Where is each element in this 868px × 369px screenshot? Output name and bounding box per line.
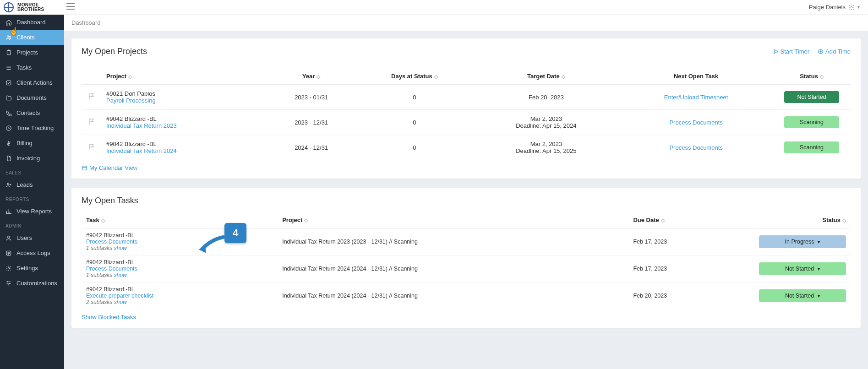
breadcrumb: Dashboard bbox=[64, 15, 868, 31]
status-pill[interactable]: Not Started bbox=[784, 91, 839, 103]
gear-icon bbox=[848, 4, 855, 11]
nav-access-logs[interactable]: Access Logs bbox=[0, 245, 64, 260]
nav-label: Users bbox=[16, 234, 32, 241]
project-link[interactable]: Payroll Processing bbox=[106, 97, 262, 104]
project-year: 2023 - 12/31 bbox=[267, 110, 356, 135]
flag-icon[interactable] bbox=[82, 110, 102, 135]
show-subtasks-link[interactable]: show bbox=[114, 272, 127, 278]
nav-tasks[interactable]: Tasks bbox=[0, 60, 64, 75]
gear-icon bbox=[5, 265, 12, 271]
next-task-link[interactable]: Process Documents bbox=[669, 144, 722, 151]
task-link[interactable]: Process Documents bbox=[86, 239, 273, 245]
nav-settings[interactable]: Settings bbox=[0, 260, 64, 276]
sort-icon: ◇ bbox=[317, 74, 320, 79]
nav-contacts[interactable]: Contacts bbox=[0, 105, 64, 120]
nav-label: Clients bbox=[16, 34, 35, 41]
nav-time-tracking[interactable]: Time Tracking bbox=[0, 120, 64, 136]
section-sales: SALES bbox=[0, 166, 64, 177]
task-client: #9042 Blizzard -BL bbox=[86, 232, 273, 239]
svg-point-2 bbox=[9, 36, 11, 37]
plus-circle-icon bbox=[818, 49, 824, 54]
next-task-link[interactable]: Enter/Upload Timesheet bbox=[664, 94, 728, 101]
col-project[interactable]: Project◇ bbox=[278, 212, 628, 228]
task-project: Individual Tax Return 2024 (2024 - 12/31… bbox=[282, 266, 624, 272]
sliders-icon bbox=[5, 280, 12, 287]
status-pill[interactable]: Scanning bbox=[784, 141, 839, 153]
nav-client-actions[interactable]: Client Actions bbox=[0, 75, 64, 90]
task-link[interactable]: Process Documents bbox=[86, 266, 273, 272]
user-menu[interactable]: Paige Daniels ▾ bbox=[809, 4, 860, 11]
user-name: Paige Daniels bbox=[809, 4, 846, 11]
show-subtasks-link[interactable]: show bbox=[114, 245, 127, 251]
task-status-pill[interactable]: In Progress▾ bbox=[759, 235, 846, 248]
nav-label: Access Logs bbox=[16, 250, 50, 256]
chevron-down-icon: ▾ bbox=[818, 266, 820, 271]
sort-icon: ◇ bbox=[562, 74, 565, 79]
col-days[interactable]: Days at Status◇ bbox=[356, 68, 473, 85]
flag-icon[interactable] bbox=[82, 135, 102, 160]
clipboard-icon bbox=[5, 49, 12, 56]
file-icon bbox=[5, 155, 12, 162]
svg-point-0 bbox=[851, 6, 852, 8]
open-tasks-panel: My Open Tasks Task◇ Project◇ Due Date◇ S… bbox=[71, 188, 861, 328]
check-square-icon bbox=[5, 80, 12, 86]
project-title: #9042 Blizzard -BL bbox=[106, 115, 262, 122]
project-title: #9042 Blizzard -BL bbox=[106, 141, 262, 147]
task-status-pill[interactable]: Not Started▾ bbox=[759, 289, 846, 302]
list-icon bbox=[5, 65, 12, 71]
flag-icon[interactable] bbox=[82, 85, 102, 110]
project-days: 0 bbox=[356, 110, 473, 135]
task-project: Individual Tax Return 2023 (2023 - 12/31… bbox=[282, 239, 624, 245]
next-task-link[interactable]: Process Documents bbox=[669, 119, 722, 126]
show-blocked-tasks-link[interactable]: Show Blocked Tasks bbox=[82, 314, 851, 320]
open-projects-panel: My Open Projects Start Timer Add Time bbox=[71, 38, 861, 179]
col-status[interactable]: Status◇ bbox=[742, 212, 851, 228]
nav-users[interactable]: Users bbox=[0, 230, 64, 245]
status-pill[interactable]: Scanning bbox=[784, 116, 839, 128]
col-next: Next Open Task bbox=[619, 68, 773, 85]
nav-invoicing[interactable]: Invoicing bbox=[0, 151, 64, 166]
task-subtasks: 1 subtasks show bbox=[86, 245, 273, 251]
sort-icon: ◇ bbox=[661, 217, 665, 223]
show-subtasks-link[interactable]: show bbox=[114, 299, 127, 305]
svg-point-7 bbox=[7, 183, 9, 184]
task-status-pill[interactable]: Not Started▾ bbox=[759, 262, 846, 275]
col-target[interactable]: Target Date◇ bbox=[473, 68, 620, 85]
task-due: Feb 20, 2023 bbox=[633, 293, 737, 299]
col-task[interactable]: Task◇ bbox=[82, 212, 278, 228]
col-project[interactable]: Project◇ bbox=[102, 68, 267, 85]
col-status[interactable]: Status◇ bbox=[773, 68, 851, 85]
calendar-view-link[interactable]: My Calendar View bbox=[82, 164, 851, 171]
project-link[interactable]: Individual Tax Return 2024 bbox=[106, 147, 262, 154]
svg-point-8 bbox=[8, 236, 10, 238]
add-time-button[interactable]: Add Time bbox=[818, 48, 851, 55]
col-year[interactable]: Year◇ bbox=[267, 68, 356, 85]
users-icon bbox=[5, 34, 12, 41]
project-title: #9021 Don Pablos bbox=[106, 90, 262, 97]
sort-icon: ◇ bbox=[434, 74, 438, 79]
nav-label: Dashboard bbox=[16, 19, 46, 26]
col-due[interactable]: Due Date◇ bbox=[628, 212, 742, 228]
nav-billing[interactable]: Billing bbox=[0, 136, 64, 151]
tasks-panel-title: My Open Tasks bbox=[82, 196, 138, 206]
project-target: Mar 2, 2023 Deadline: Apr 15, 2024 bbox=[473, 110, 620, 135]
logo-group: MONROE BROTHERS bbox=[4, 2, 75, 12]
task-link[interactable]: Execute preparer checklist bbox=[86, 293, 273, 299]
brand-line1: MONROE bbox=[17, 3, 44, 7]
hamburger-icon[interactable] bbox=[66, 3, 75, 11]
project-link[interactable]: Individual Tax Return 2023 bbox=[106, 122, 262, 129]
nav-label: Time Tracking bbox=[16, 125, 54, 131]
nav-clients[interactable]: Clients bbox=[0, 30, 64, 45]
nav-projects[interactable]: Projects bbox=[0, 45, 64, 60]
start-timer-button[interactable]: Start Timer bbox=[773, 48, 810, 55]
nav-dashboard[interactable]: Dashboard bbox=[0, 15, 64, 30]
nav-customizations[interactable]: Customizations bbox=[0, 276, 64, 291]
nav-view-reports[interactable]: View Reports bbox=[0, 204, 64, 219]
sidebar: Dashboard Clients Projects Tasks Client … bbox=[0, 15, 64, 369]
svg-rect-5 bbox=[6, 81, 11, 85]
nav-documents[interactable]: Documents bbox=[0, 90, 64, 105]
topbar: MONROE BROTHERS Paige Daniels ▾ bbox=[0, 0, 868, 15]
clock-icon bbox=[5, 125, 12, 131]
nav-leads[interactable]: Leads bbox=[0, 177, 64, 192]
task-client: #9042 Blizzard -BL bbox=[86, 259, 273, 266]
